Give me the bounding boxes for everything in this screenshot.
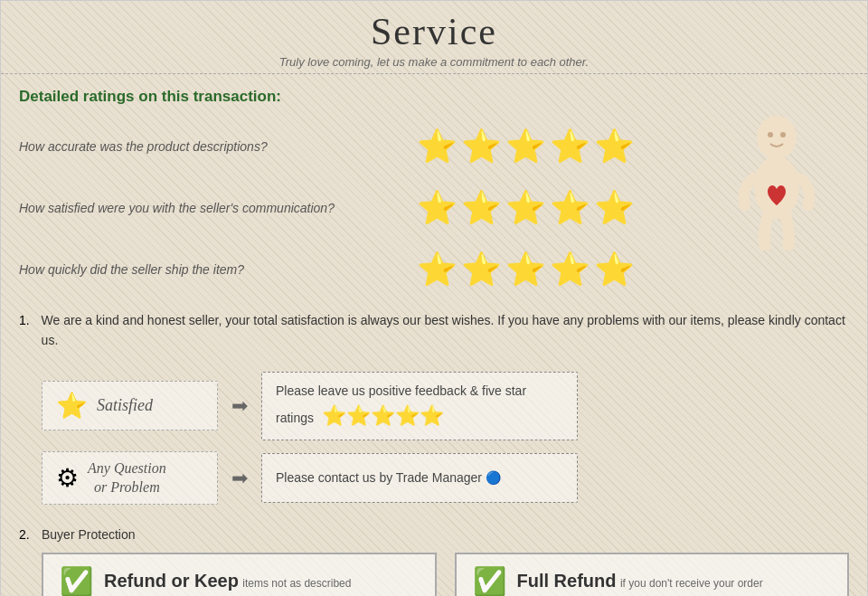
buyer-protection-boxes: ✅ Refund or Keep items not as described … <box>42 553 849 596</box>
header-section: Service Truly love coming, let us make a… <box>1 1 867 74</box>
question-label-line1: Any Question <box>88 459 166 478</box>
star-2[interactable]: ⭐ <box>461 253 502 286</box>
info-list-item-1: 1. We are a kind and honest seller, your… <box>19 310 849 505</box>
rating-question-2: How satisfied were you with the seller's… <box>19 201 399 215</box>
page-title: Service <box>1 10 867 53</box>
info-list-item-2: 2. Buyer Protection ✅ Refund or Keep ite… <box>19 527 849 596</box>
figurine <box>731 115 822 251</box>
feedback-row-question: ⚙ Any Question or Problem ➡ Please conta… <box>42 451 849 506</box>
ratings-area: How accurate was the product description… <box>19 124 849 292</box>
check-icon-2: ✅ <box>473 565 506 596</box>
item-number-1: 1. <box>19 313 37 327</box>
star-4[interactable]: ⭐ <box>550 253 590 286</box>
star-5[interactable]: ⭐ <box>594 192 635 224</box>
arrow-right-icon-2: ➡ <box>231 467 248 490</box>
arrow-right-icon-1: ➡ <box>231 394 248 418</box>
ratings-title: Detailed ratings on this transaction: <box>19 88 849 106</box>
rating-row-3: How quickly did the seller ship the item… <box>19 247 849 292</box>
svg-point-1 <box>768 132 773 137</box>
star-2[interactable]: ⭐ <box>461 192 502 224</box>
rating-question-3: How quickly did the seller ship the item… <box>19 262 399 277</box>
star-1[interactable]: ⭐ <box>417 253 458 286</box>
star-4[interactable]: ⭐ <box>550 192 590 224</box>
star-1[interactable]: ⭐ <box>417 192 458 224</box>
svg-point-3 <box>754 156 799 219</box>
refund-keep-sub: items not as described <box>242 577 351 590</box>
feedback-boxes: ⭐ Satisfied ➡ Please leave us positive f… <box>42 372 849 506</box>
question-gear-icon: ⚙ <box>56 463 79 493</box>
star-3[interactable]: ⭐ <box>505 192 546 224</box>
page-subtitle: Truly love coming, let us make a commitm… <box>1 55 867 69</box>
positive-feedback-box: Please leave us positive feedback & five… <box>261 372 578 440</box>
page-container: Service Truly love coming, let us make a… <box>0 0 868 596</box>
star-3[interactable]: ⭐ <box>505 253 546 286</box>
positive-feedback-text: Please leave us positive feedback & five… <box>276 382 563 430</box>
full-refund-main: Full Refund <box>517 571 617 591</box>
five-stars-display: ⭐⭐⭐⭐⭐ <box>322 404 444 427</box>
star-5[interactable]: ⭐ <box>594 253 635 286</box>
full-refund-box: ✅ Full Refund if you don't receive your … <box>455 553 850 596</box>
question-box: ⚙ Any Question or Problem <box>42 451 218 506</box>
rating-stars-2: ⭐ ⭐ ⭐ ⭐ ⭐ <box>417 192 635 224</box>
rating-row-1: How accurate was the product description… <box>19 124 849 169</box>
satisfied-label: Satisfied <box>97 396 153 415</box>
star-5[interactable]: ⭐ <box>594 130 635 163</box>
full-refund-sub: if you don't receive your order <box>620 577 763 590</box>
main-content: Detailed ratings on this transaction: Ho… <box>1 74 867 596</box>
satisfied-star-icon: ⭐ <box>56 391 88 421</box>
trade-manager-text: Please contact us by Trade Manager 🔵 <box>276 468 501 487</box>
refund-keep-box: ✅ Refund or Keep items not as described <box>42 553 437 596</box>
item-text-1: We are a kind and honest seller, your to… <box>42 310 849 351</box>
trade-manager-box: Please contact us by Trade Manager 🔵 <box>261 453 578 503</box>
rating-row-2: How satisfied were you with the seller's… <box>19 185 849 231</box>
buyer-protection-title: Buyer Protection <box>42 527 136 542</box>
refund-keep-main: Refund or Keep <box>104 571 239 591</box>
star-3[interactable]: ⭐ <box>505 130 546 163</box>
check-icon-1: ✅ <box>60 565 93 596</box>
feedback-row-satisfied: ⭐ Satisfied ➡ Please leave us positive f… <box>42 372 849 440</box>
rating-question-1: How accurate was the product description… <box>19 139 399 154</box>
rating-stars-3: ⭐ ⭐ ⭐ ⭐ ⭐ <box>417 253 635 286</box>
star-2[interactable]: ⭐ <box>461 130 502 163</box>
rating-stars-1: ⭐ ⭐ ⭐ ⭐ ⭐ <box>417 130 635 163</box>
star-4[interactable]: ⭐ <box>550 130 590 163</box>
item-number-2: 2. <box>19 527 37 542</box>
star-1[interactable]: ⭐ <box>417 130 458 163</box>
satisfied-box: ⭐ Satisfied <box>42 381 218 430</box>
info-list: 1. We are a kind and honest seller, your… <box>19 310 849 596</box>
svg-point-2 <box>780 132 786 137</box>
svg-point-0 <box>757 116 797 159</box>
question-label-line2: or Problem <box>88 478 166 497</box>
